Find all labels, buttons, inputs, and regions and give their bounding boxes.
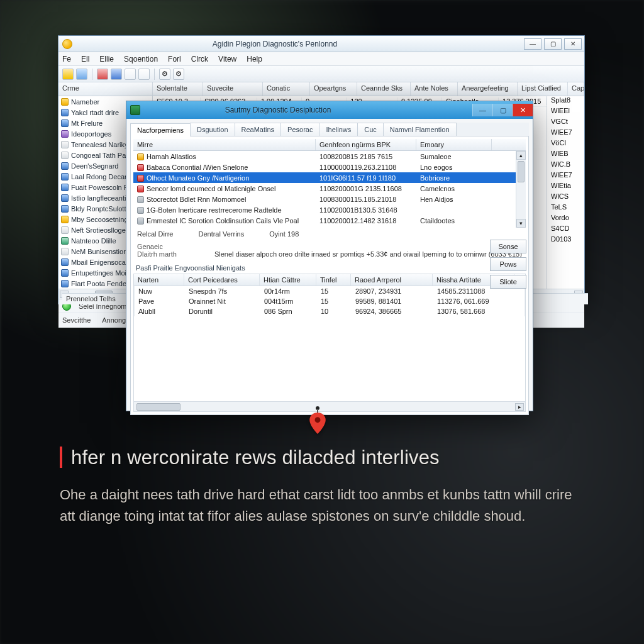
col-header[interactable]: Crme: [58, 82, 153, 96]
main-window-title: Agidin Plegion Diagnostic's Penlonnd: [76, 40, 524, 48]
dialog-title: Sautmy Diagnostic Desipluction: [144, 106, 472, 114]
scroll-right-icon[interactable]: ▸: [515, 403, 524, 411]
menu-item[interactable]: Forl: [168, 55, 181, 64]
tree-item-label: NeM Bunisenstior: [71, 248, 126, 255]
tree-item-label: Ideoportoges: [71, 130, 111, 138]
menu-item[interactable]: Fe: [62, 55, 71, 64]
col-header[interactable]: Tinfel: [316, 274, 351, 286]
dialog-maximize-button[interactable]: ▢: [492, 104, 513, 116]
dialog-list-row[interactable]: Olhoct Munateo Gny /Nartligerion101IG06l…: [133, 172, 516, 183]
info-label: Dlaitrh marth: [137, 250, 177, 258]
tree-item-icon: [61, 194, 69, 202]
menu-item[interactable]: Ellie: [99, 55, 114, 64]
menu-item[interactable]: Sqoention: [124, 55, 158, 64]
row-status-icon: [137, 186, 144, 192]
dialog-tab[interactable]: Cuc: [357, 123, 384, 136]
tree-item-label: Nameber: [71, 98, 99, 106]
tree-item-label: Neft Srotieosllogen: [71, 226, 130, 234]
col-header[interactable]: Conatic: [263, 82, 310, 96]
dialog-tab[interactable]: Ihelinws: [319, 123, 358, 136]
side-button[interactable]: Sliote: [490, 275, 526, 289]
scroll-thumb[interactable]: [518, 161, 525, 182]
svg-point-0: [315, 417, 321, 423]
dialog-list-row[interactable]: Babaca Conontial /Wien Snelone1100000011…: [133, 162, 516, 172]
status-field: Sevcitthe: [62, 316, 91, 324]
dialog-minimize-button[interactable]: —: [472, 104, 492, 116]
menu-item[interactable]: Help: [247, 55, 262, 64]
dialog-tab[interactable]: Pesorac: [280, 123, 319, 136]
col-header[interactable]: Genhfeon ngürms BPK: [316, 139, 416, 150]
stats-row[interactable]: AlubllDoruntil086 Sprn1096924, 386665130…: [134, 306, 525, 316]
dialog-titlebar[interactable]: Sautmy Diagnostic Desipluction — ▢ ✕: [126, 101, 533, 119]
col-header[interactable]: Emoary: [416, 139, 492, 150]
close-button[interactable]: ✕: [564, 38, 582, 50]
menu-item[interactable]: Ell: [81, 55, 89, 64]
col-header[interactable]: Solentalte: [153, 82, 203, 96]
tree-item-label: Mby Secoosetning: [71, 216, 128, 223]
main-columns-header: Crme Solentalte Suvecite Conatic Opeartg…: [58, 82, 584, 96]
dialog-list-row[interactable]: Emmestel IC Sorotion Coldinsution Cails …: [133, 215, 516, 226]
gear-a-icon[interactable]: ⚙: [159, 69, 170, 80]
col-header[interactable]: Narten: [134, 274, 184, 286]
tree-item-icon: [61, 226, 69, 234]
col-header[interactable]: Aneargefeeting: [458, 82, 518, 96]
scroll-thumb[interactable]: [136, 403, 180, 411]
col-header[interactable]: Htian Cättre: [260, 274, 316, 286]
mid-field: Dentral Verrins: [198, 230, 244, 238]
pointer-marker-icon: [309, 413, 326, 434]
disk-icon[interactable]: [76, 69, 87, 80]
col-header[interactable]: Lipst Ciatlied: [518, 82, 568, 96]
col-header[interactable]: Suvecite: [203, 82, 263, 96]
dialog-tab[interactable]: ReaMatins: [235, 123, 282, 136]
tree-item-icon: [61, 269, 69, 277]
caption-body: Ohe a daight nees tath drive hard ethat …: [60, 484, 582, 527]
grid-red-icon[interactable]: [97, 69, 108, 80]
main-titlebar[interactable]: Agidin Plegion Diagnostic's Penlonnd — ▢…: [58, 36, 584, 52]
col-header[interactable]: Raoed Arrperol: [351, 274, 433, 286]
tree-item-icon: [61, 216, 69, 223]
columns-icon[interactable]: [138, 69, 150, 80]
gear-b-icon[interactable]: ⚙: [173, 69, 184, 80]
tree-item-icon: [61, 237, 69, 245]
minimize-button[interactable]: —: [524, 38, 541, 50]
right-value: TeLS: [547, 203, 584, 214]
right-values-column: Splat8WlEElVGCtWlEE7VöClWlEBWlC.BWlEE7Wl…: [547, 96, 584, 289]
side-button[interactable]: Sonse: [490, 240, 526, 253]
right-value: WlEB: [547, 150, 584, 160]
maximize-button[interactable]: ▢: [544, 38, 562, 50]
table-icon[interactable]: [125, 69, 136, 80]
right-value: WlEE7: [547, 171, 584, 182]
grid-blue-icon[interactable]: [111, 69, 122, 80]
stats-row[interactable]: PaveOrainnet Nit004t15rm1599589, 8814011…: [134, 296, 525, 306]
tree-item-label: Istlio langfleceantics: [71, 194, 133, 202]
row-status-icon: [137, 207, 144, 214]
menu-item[interactable]: Vitew: [218, 55, 236, 64]
dialog-close-button[interactable]: ✕: [513, 104, 533, 116]
dialog-list-row[interactable]: Hamah Allastios1008200815 2185 7615Sumal…: [133, 151, 516, 162]
dialog-vertical-scrollbar[interactable]: ▴ ▾: [516, 151, 526, 228]
dialog-list-row[interactable]: Sencor lomd coumecd ol Maticnigle Onsel1…: [133, 183, 516, 194]
col-header[interactable]: Ante Noles: [411, 82, 458, 96]
col-header[interactable]: Opeartgns: [310, 82, 357, 96]
stats-table[interactable]: NuwSnespdn 7fs00r14rm1528907, 2349311458…: [133, 286, 526, 412]
stats-row[interactable]: NuwSnespdn 7fs00r14rm1528907, 2349311458…: [134, 286, 525, 296]
side-button[interactable]: Pows: [490, 257, 526, 271]
col-header[interactable]: Capeal Murited: [568, 82, 584, 96]
dialog-tab[interactable]: Namvnl Flamention: [383, 123, 457, 136]
dialog-list-row[interactable]: Stocrectot Bdlet Rnn Momomoel10083000115…: [133, 194, 516, 204]
toolbar: ⚙ ⚙: [58, 66, 584, 82]
dialog-tab[interactable]: Dsguution: [190, 123, 235, 136]
col-header[interactable]: Ceannde Sks: [357, 82, 411, 96]
tree-item-icon: [61, 152, 69, 159]
row-status-icon: [137, 153, 144, 160]
dialog-tab[interactable]: Nacforpemiens: [130, 123, 191, 136]
dialog-list-row[interactable]: 1G-Boten Inerticare restrrecerome Radtel…: [133, 204, 516, 215]
folder-icon[interactable]: [62, 69, 74, 80]
dialog-list[interactable]: Hamah Allastios1008200815 2185 7615Sumal…: [133, 151, 526, 228]
scroll-down-icon[interactable]: ▾: [516, 219, 526, 228]
dialog-horizontal-scrollbar[interactable]: ▸: [134, 401, 525, 411]
menu-item[interactable]: Clrck: [191, 55, 208, 64]
col-header[interactable]: Cort Peicedares: [184, 274, 260, 286]
scroll-up-icon[interactable]: ▴: [516, 151, 526, 160]
col-header[interactable]: Mirre: [133, 139, 316, 150]
